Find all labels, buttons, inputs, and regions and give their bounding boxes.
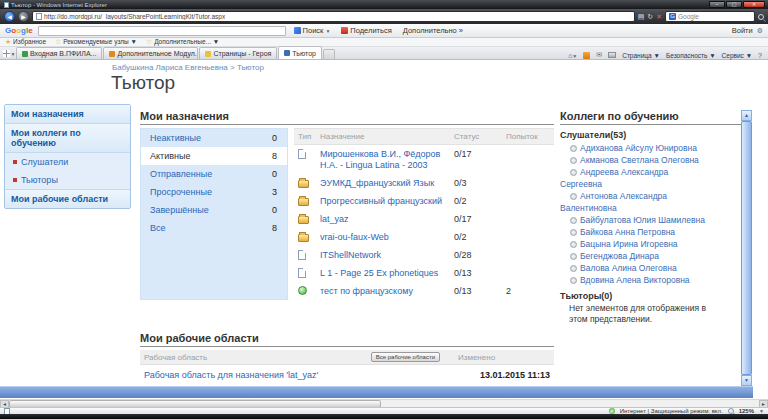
- google-search-button[interactable]: Поиск ▼: [291, 25, 334, 36]
- list-item[interactable]: Валова Алина Олеговна: [560, 262, 712, 274]
- filter-completed[interactable]: Завершённые0: [141, 201, 287, 219]
- windows-taskbar[interactable]: [0, 414, 768, 419]
- listeners-title: Слушатели(53): [560, 130, 743, 140]
- new-tab-button[interactable]: [323, 49, 335, 59]
- favorites-button[interactable]: ★ Избранное: [5, 38, 46, 46]
- compatibility-view-icon[interactable]: ▤: [638, 11, 645, 22]
- search-provider-icon: G: [669, 13, 676, 20]
- window-title: Тьютор - Windows Internet Explorer: [11, 2, 107, 8]
- person-icon: [570, 253, 577, 260]
- workspaces-panel: Мои рабочие области Рабочая область Все …: [140, 332, 554, 385]
- scrollbar-thumb[interactable]: [741, 121, 752, 375]
- home-icon[interactable]: ⌂▼: [568, 52, 577, 59]
- list-item[interactable]: Байкова Анна Петровна: [560, 226, 712, 238]
- assignment-link[interactable]: тест по французскому: [320, 286, 452, 297]
- sidebar-item-tutors[interactable]: Тьюторы: [5, 171, 130, 189]
- filter-all[interactable]: Все8: [141, 219, 287, 237]
- google-signin-link[interactable]: Войти: [732, 26, 753, 35]
- filter-sent[interactable]: Отправленные0: [141, 165, 287, 183]
- minimize-button[interactable]: –: [709, 1, 725, 8]
- wrench-icon[interactable]: ⚙: [757, 27, 763, 35]
- tab-3[interactable]: Страницы - Героя: [199, 47, 277, 59]
- assignment-link[interactable]: Прогрессивный французский: [320, 196, 452, 207]
- folder-icon: [298, 180, 309, 188]
- filter-inactive[interactable]: Неактивные0: [141, 129, 287, 147]
- feeds-icon[interactable]: [583, 52, 590, 59]
- list-item[interactable]: Вдовина Алена Викторовна: [560, 274, 712, 286]
- print-icon[interactable]: [608, 52, 616, 58]
- google-more-button[interactable]: Дополнительно »: [400, 25, 466, 36]
- filter-overdue[interactable]: Просроченные3: [141, 183, 287, 201]
- google-logo: Google: [5, 26, 33, 35]
- assignment-link[interactable]: Мирошенкова В.И., Фёдоров Н.А. - Lingua …: [320, 149, 452, 171]
- assignment-filters: Неактивные0 Активные8 Отправленные0 Прос…: [140, 128, 288, 300]
- test-icon: [298, 286, 307, 295]
- list-item[interactable]: Адиханова Айсулу Юнировна: [560, 142, 712, 154]
- breadcrumb[interactable]: Бабушкина Лариса Евгеньевна > Тьютор: [112, 63, 264, 72]
- safety-menu-button[interactable]: Безопасность ▼: [666, 52, 716, 59]
- scroll-down-icon[interactable]: ▼: [741, 375, 752, 386]
- refresh-icon[interactable]: ↻: [647, 11, 653, 22]
- tab-bar: ▼ Входная В.ПФИЛА... Дополнительное Моду…: [0, 47, 768, 60]
- person-icon: [570, 169, 577, 176]
- tab-2[interactable]: Дополнительное Модул...: [103, 47, 198, 59]
- tab-favicon: [284, 50, 290, 56]
- address-input[interactable]: http://do.mordgpi.ru/_layouts/SharePoint…: [32, 11, 635, 22]
- filter-active-selected[interactable]: Активные8: [141, 147, 287, 165]
- workspace-link[interactable]: Рабочая область для назначения 'lat_yaz': [144, 370, 450, 380]
- sidebar-item-listeners[interactable]: Слушатели: [5, 153, 130, 171]
- sidebar-item-assignments[interactable]: Мои назначения: [5, 105, 130, 124]
- suggested-sites-button[interactable]: ☆ Рекомендуемые узлы ▼: [55, 38, 137, 46]
- list-item[interactable]: Андреева Александра Сергеевна: [560, 166, 712, 190]
- tab-tutor-active[interactable]: Тьютор: [278, 46, 322, 59]
- list-item[interactable]: Акманова Светлана Олеговна: [560, 154, 712, 166]
- list-item[interactable]: Бацына Ирина Игоревна: [560, 238, 712, 250]
- page-menu-button[interactable]: Страница ▼: [622, 52, 660, 59]
- mail-icon[interactable]: ✉: [596, 51, 602, 59]
- assignment-link[interactable]: ITShellNetwork: [320, 250, 452, 261]
- sidebar-item-colleagues[interactable]: Мои коллеги по обучению: [5, 124, 130, 153]
- quick-tabs-button[interactable]: ▼: [2, 48, 16, 59]
- list-item[interactable]: Антонова Александра Валентиновна: [560, 190, 712, 214]
- all-workspaces-button[interactable]: Все рабочие области: [371, 352, 440, 362]
- scroll-up-icon[interactable]: ▲: [741, 110, 752, 121]
- list-item[interactable]: Бегенджова Динара: [560, 250, 712, 262]
- page-content: Бабушкина Лариса Евгеньевна > Тьютор Тью…: [0, 60, 768, 399]
- table-header: Тип Назначение Статус Попыток: [294, 128, 554, 145]
- title-bar[interactable]: Тьютор - Windows Internet Explorer – ▢ ✕: [0, 0, 768, 9]
- stop-icon[interactable]: ✕: [656, 11, 662, 22]
- star-icon: ★: [5, 38, 11, 45]
- maximize-button[interactable]: ▢: [726, 1, 742, 8]
- vertical-scrollbar[interactable]: ▲ ▼: [741, 110, 752, 386]
- assignment-link[interactable]: vrai-ou-faux-Web: [320, 232, 452, 243]
- command-bar: ⌂▼ ✉ Страница ▼ Безопасность ▼ Сервис ▼ …: [568, 51, 766, 59]
- google-search-input[interactable]: [38, 26, 286, 36]
- assignment-link[interactable]: lat_yaz: [320, 214, 452, 225]
- search-icon[interactable]: [758, 14, 764, 20]
- google-share-button[interactable]: Поделиться: [338, 25, 394, 36]
- table-row: L 1 - Page 25 Ex phonetiques 0/13: [294, 264, 554, 282]
- close-button[interactable]: ✕: [743, 1, 765, 8]
- list-item[interactable]: Байбулатова Юлия Шамилевна: [560, 214, 712, 226]
- assignment-link[interactable]: L 1 - Page 25 Ex phonetiques: [320, 268, 452, 279]
- forward-button[interactable]: ▶: [18, 11, 29, 22]
- tab-1[interactable]: Входная В.ПФИЛА...: [16, 47, 102, 59]
- chevron-down-icon: ▼: [325, 28, 330, 34]
- colleagues-heading: Коллеги по обучению: [560, 110, 743, 125]
- tools-menu-button[interactable]: Сервис ▼: [722, 52, 753, 59]
- horizontal-scrollbar[interactable]: ◄ ►: [0, 399, 768, 407]
- folder-icon: [298, 234, 309, 242]
- help-icon[interactable]: ?: [758, 52, 762, 59]
- assignment-link[interactable]: ЭУМКД_французский Язык: [320, 178, 452, 189]
- back-button[interactable]: ◀: [4, 11, 15, 22]
- sidebar-item-workspaces[interactable]: Мои рабочие области: [5, 189, 130, 208]
- addons-button[interactable]: ☆ Дополнительные... ▼: [146, 38, 219, 46]
- ie-favicon: [4, 2, 9, 8]
- page-icon: [36, 13, 42, 20]
- address-bar-row: ◀ ▶ http://do.mordgpi.ru/_layouts/ShareP…: [0, 9, 768, 24]
- assignments-panel: Мои назначения Неактивные0 Активные8 Отп…: [140, 110, 554, 300]
- tutors-title: Тьюторы(0): [560, 291, 743, 301]
- ie-search-box[interactable]: G Google: [665, 11, 755, 22]
- assignments-heading: Мои назначения: [140, 110, 554, 125]
- assignments-table: Тип Назначение Статус Попыток Мирошенков…: [294, 128, 554, 300]
